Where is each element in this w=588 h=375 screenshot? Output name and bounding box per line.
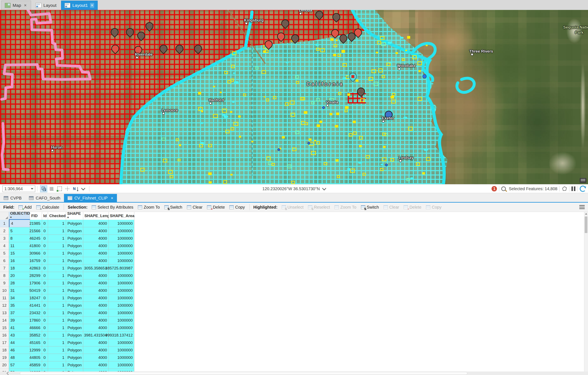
cell[interactable]: 17860 xyxy=(30,317,42,324)
table-row[interactable]: 20574585901Polygon40001000000 xyxy=(0,361,588,369)
cell[interactable]: 1 xyxy=(48,354,66,361)
table-row[interactable]: 8202829901Polygon40001000000 xyxy=(0,272,588,279)
cell[interactable]: 0 xyxy=(42,339,48,346)
cell[interactable]: 0 xyxy=(42,369,48,372)
cell[interactable]: 4000 xyxy=(83,369,109,372)
cell[interactable]: 0 xyxy=(42,317,48,324)
cell[interactable]: Polygon xyxy=(66,294,83,302)
cell[interactable]: Polygon xyxy=(66,346,83,354)
row-number[interactable]: 16 xyxy=(0,332,9,339)
cell[interactable]: Polygon xyxy=(66,250,83,257)
cell[interactable]: 1 xyxy=(48,220,66,227)
cell[interactable]: Polygon xyxy=(66,369,83,372)
delete-button[interactable]: ×Delete xyxy=(205,204,226,210)
cell[interactable]: 41 xyxy=(9,324,30,332)
cell[interactable]: 0 xyxy=(42,354,48,361)
row-number[interactable]: 19 xyxy=(0,354,9,361)
cell[interactable]: 1 xyxy=(48,242,66,250)
scroll-up-icon[interactable] xyxy=(585,213,587,215)
cell[interactable]: Polygon xyxy=(66,309,83,317)
table-row[interactable]: 14391786001Polygon40001000000 xyxy=(0,317,588,324)
cell[interactable]: 0 xyxy=(42,264,48,272)
cell[interactable]: 1000000 xyxy=(109,272,134,279)
cell[interactable]: 3055.358651 xyxy=(83,264,109,272)
row-number[interactable]: 8 xyxy=(0,272,9,279)
chevron-down-icon[interactable] xyxy=(80,186,86,192)
cell[interactable]: 1 xyxy=(48,250,66,257)
row-number[interactable]: 20 xyxy=(0,361,9,369)
cell[interactable]: Polygon xyxy=(66,242,83,250)
cell[interactable]: 4000 xyxy=(83,272,109,279)
row-number[interactable]: 5 xyxy=(0,250,9,257)
cell[interactable]: 16759 xyxy=(30,257,42,264)
cell[interactable]: 34 xyxy=(9,294,30,302)
table-row[interactable]: 13372343201Polygon40001000000 xyxy=(0,309,588,317)
cell[interactable]: 1 xyxy=(48,309,66,317)
cell[interactable]: 1 xyxy=(48,324,66,332)
cell[interactable]: 0 xyxy=(42,346,48,354)
table-tab-cv_fishnet_clip[interactable]: CV_Fishnet_CLIP× xyxy=(64,194,117,202)
cell[interactable]: Polygon xyxy=(66,279,83,287)
add-button[interactable]: +Add xyxy=(17,204,33,210)
cell[interactable]: 44805 xyxy=(30,354,42,361)
cell[interactable]: Polygon xyxy=(66,264,83,272)
cell[interactable]: Polygon xyxy=(66,317,83,324)
close-icon[interactable]: × xyxy=(90,3,94,8)
row-number[interactable]: 21 xyxy=(0,369,9,372)
cell[interactable]: 20 xyxy=(9,272,30,279)
measure-icon[interactable] xyxy=(56,186,63,192)
table-row[interactable]: 12354144101Polygon40001000000 xyxy=(0,302,588,309)
column-header-shape[interactable]: SHAPE * xyxy=(66,212,83,220)
row-number[interactable]: 13 xyxy=(0,309,9,317)
cell[interactable]: 3981.431504 xyxy=(83,332,109,339)
grid-icon[interactable] xyxy=(48,186,55,192)
cell[interactable]: 0 xyxy=(42,257,48,264)
cell[interactable]: 1 xyxy=(48,287,66,294)
cell[interactable]: 4000 xyxy=(83,339,109,346)
table-row[interactable]: 9281790601Polygon40001000000 xyxy=(0,279,588,287)
cell[interactable]: 28299 xyxy=(30,272,42,279)
cell[interactable]: 42863 xyxy=(30,264,42,272)
cell[interactable]: Polygon xyxy=(66,257,83,264)
cell[interactable]: 4000 xyxy=(83,309,109,317)
table-row[interactable]: 10315041901Polygon40001000000 xyxy=(0,287,588,294)
cell[interactable]: 1000000 xyxy=(109,309,134,317)
row-number[interactable]: 7 xyxy=(0,264,9,272)
cell[interactable]: 0 xyxy=(42,294,48,302)
scroll-left-icon[interactable] xyxy=(7,372,10,375)
cell[interactable]: 0 xyxy=(42,287,48,294)
cell[interactable]: Polygon xyxy=(66,235,83,242)
cell[interactable]: 1000000 xyxy=(109,235,134,242)
cell[interactable]: 1 xyxy=(48,317,66,324)
cell[interactable]: 18247 xyxy=(30,294,42,302)
cell[interactable]: 4000 xyxy=(83,242,109,250)
cell[interactable]: Polygon xyxy=(66,272,83,279)
cell[interactable]: 57 xyxy=(9,361,30,369)
row-number[interactable]: 3 xyxy=(0,235,9,242)
cell[interactable]: 28 xyxy=(9,279,30,287)
cell[interactable]: 1000000 xyxy=(109,227,134,235)
horizontal-scrollbar[interactable] xyxy=(20,372,467,375)
cell[interactable]: 0 xyxy=(42,309,48,317)
table-row[interactable]: 17444516501Polygon40001000000 xyxy=(0,339,588,346)
table-row[interactable]: 15414666601Polygon40001000000 xyxy=(0,324,588,332)
cell[interactable]: 485725.803987 xyxy=(109,264,134,272)
cell[interactable]: 1000000 xyxy=(109,287,134,294)
crosshair-icon[interactable] xyxy=(64,186,71,192)
cell[interactable]: 1 xyxy=(48,235,66,242)
cell[interactable]: Polygon xyxy=(66,302,83,309)
polygon-icon[interactable] xyxy=(562,186,567,191)
cell[interactable]: 0 xyxy=(42,279,48,287)
cell[interactable]: 0 xyxy=(42,235,48,242)
cell[interactable]: 4000 xyxy=(83,250,109,257)
cell[interactable]: 37 xyxy=(9,309,30,317)
cell[interactable]: 18 xyxy=(9,264,30,272)
table-row[interactable]: 7184286301Polygon3055.358651485725.80398… xyxy=(0,264,588,272)
cell[interactable]: 30966 xyxy=(30,250,42,257)
layout-frames-icon[interactable]: + xyxy=(40,185,47,192)
cell[interactable]: 999318.137412 xyxy=(109,332,134,339)
cell[interactable]: 15 xyxy=(9,250,30,257)
cell[interactable]: 1000000 xyxy=(109,346,134,354)
cell[interactable]: 12999 xyxy=(30,346,42,354)
cell[interactable]: 4000 xyxy=(83,346,109,354)
